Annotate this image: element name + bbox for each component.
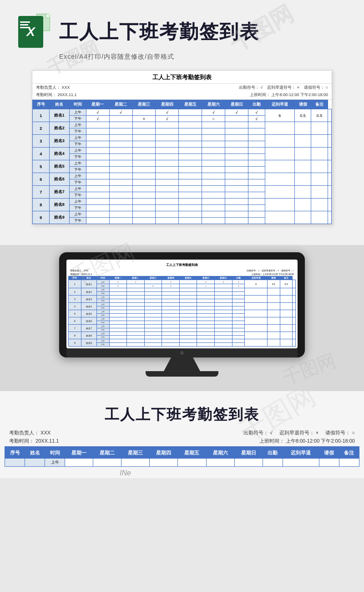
col-mon: 星期一 [86, 100, 109, 109]
time-morning-1: 上午 [70, 109, 86, 116]
top-section: 千图网 千图网 X 工人上下班考勤签到表 Excel/A4打印/内容随意修改/自… [0, 0, 364, 245]
bottom-section: 千图网 工人上下班考勤签到表 考勤负责人： XXX 出勤符号： √ 迟到早退符号… [0, 391, 364, 478]
table-row: 3 姓名3 上午 [33, 135, 332, 141]
name-1: 姓名1 [49, 109, 70, 122]
seq-1: 1 [33, 109, 50, 122]
attendance-symbol: 出勤符号： √ [239, 85, 263, 91]
sheet-info-row: 考勤负责人： XXX 出勤符号： √ 迟到早退符号： × 请假符号： ○ [32, 84, 332, 92]
table-header-row: 序号 姓名 时间 星期一 星期二 星期三 星期四 星期五 星期六 星期日 出勤 … [33, 100, 332, 109]
col-fri: 星期五 [179, 100, 202, 109]
late-symbol: 迟到早退符号： × [267, 85, 299, 91]
col-sat: 星期六 [202, 100, 225, 109]
excel-lines [20, 21, 30, 30]
detected-text-area: INe [5, 469, 359, 478]
sheet-title: 工人上下班考勤签到表 [32, 71, 332, 84]
monitor-foot [146, 371, 218, 377]
bottom-manager: 考勤负责人： XXX [9, 429, 51, 436]
col-seq: 序号 [33, 100, 50, 109]
table-row: 5 姓名5 上午 [33, 160, 332, 167]
col-tue: 星期二 [109, 100, 132, 109]
excel-line-2 [20, 24, 28, 26]
detected-text-ine: INe [120, 469, 131, 477]
bottom-date: 考勤时间： 20XX.11.1 [9, 438, 59, 444]
bottom-info-row: 考勤负责人： XXX 出勤符号： √ 迟到早退符号： × 请假符号： ○ [5, 429, 359, 437]
excel-line-3 [20, 27, 30, 28]
leave-symbol: 请假符号： ○ [304, 85, 328, 91]
col-wed: 星期三 [132, 100, 156, 109]
mini-table: 序号 姓名 时间 星期一 星期二 星期三 星期四 星期五 星期六 星期日 出勤 [68, 276, 296, 347]
excel-icon: X [18, 14, 50, 50]
monitor-power-indicator [180, 351, 184, 355]
bottom-time-info: 上班时间： 上午8:00-12:00 下午2:00-18:00 [259, 438, 355, 444]
col-notes: 备注 [311, 100, 328, 109]
table-row: 8 姓名8 上午 [33, 199, 332, 205]
monitor-stand [164, 357, 200, 371]
table-row: 上午 [5, 459, 359, 467]
table-row: 9 姓名9 上午 [33, 211, 332, 218]
table-row: 2 姓名2 上午 [33, 122, 332, 128]
table-row: 1 姓名1 上午 √ √ √ √ √ √ 6 0.5 0.5 [33, 109, 332, 116]
bottom-header-row: 序号 姓名 时间 星期一 星期二 星期三 星期四 星期五 星期六 星期日 出勤 … [5, 448, 359, 459]
excel-icon-bg: X [18, 16, 43, 48]
time-afternoon-1: 下午 [70, 116, 86, 122]
middle-section: 千图网 千图网 工人上下班考勤签到表 考勤负责人：XXX 出勤符号：√ 迟到早退… [0, 245, 364, 391]
col-attendance: 出勤 [248, 100, 265, 109]
col-time: 时间 [70, 100, 86, 109]
time-info: 上班时间： 上午8:00-12:00 下午2:00-18:00 [250, 92, 328, 98]
page-title: 工人上下班考勤签到表 [59, 19, 259, 45]
col-late: 迟到早退 [265, 100, 294, 109]
excel-line-1 [20, 21, 30, 23]
col-leave: 请假 [294, 100, 311, 109]
date-info: 考勤时间： 20XX.11.1 [36, 92, 77, 98]
table-row: 7 姓名7 上午 [33, 186, 332, 192]
attendance-table: 序号 姓名 时间 星期一 星期二 星期三 星期四 星期五 星期六 星期日 出勤 … [32, 100, 332, 224]
sheet-time-row: 考勤时间： 20XX.11.1 上班时间： 上午8:00-12:00 下午2:0… [32, 92, 332, 100]
page-subtitle: Excel/A4打印/内容随意修改/自带格式 [59, 53, 174, 61]
symbols-info: 出勤符号： √ 迟到早退符号： × 请假符号： ○ [239, 85, 328, 91]
col-sun: 星期日 [225, 100, 248, 109]
top-header: X 工人上下班考勤签到表 [18, 14, 259, 50]
table-row: 4 姓名4 上午 [33, 148, 332, 154]
monitor-base [146, 357, 218, 377]
bottom-time-row: 考勤时间： 20XX.11.1 上班时间： 上午8:00-12:00 下午2:0… [5, 437, 359, 447]
bottom-table: 序号 姓名 时间 星期一 星期二 星期三 星期四 星期五 星期六 星期日 出勤 … [5, 447, 359, 467]
col-thu: 星期四 [156, 100, 179, 109]
manager-info: 考勤负责人： XXX [36, 85, 70, 91]
table-row: 6 姓名6 上午 [33, 173, 332, 179]
top-spreadsheet: 工人上下班考勤签到表 考勤负责人： XXX 出勤符号： √ 迟到早退符号： × … [32, 70, 332, 225]
col-name: 姓名 [49, 100, 70, 109]
monitor-chin [66, 348, 298, 357]
